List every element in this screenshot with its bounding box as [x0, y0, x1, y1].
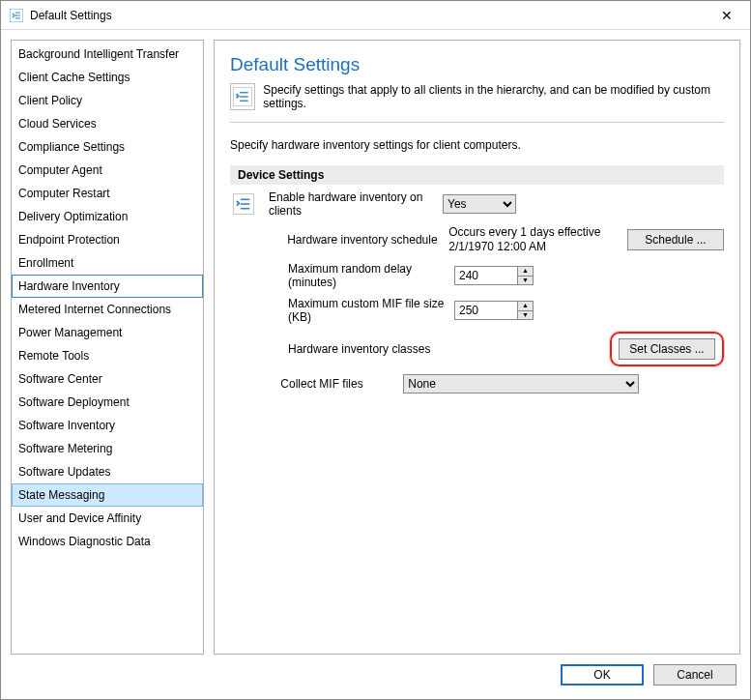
close-button[interactable]: ✕ — [708, 2, 746, 29]
row-random-delay: Maximum random delay (minutes) ▲ ▼ — [230, 262, 724, 289]
sidebar-item[interactable]: User and Device Affinity — [12, 507, 203, 530]
settings-icon — [9, 8, 24, 23]
mif-size-label: Maximum custom MIF file size (KB) — [265, 297, 447, 324]
sidebar-item[interactable]: Background Intelligent Transfer — [12, 43, 203, 66]
divider — [230, 122, 724, 123]
sidebar-item[interactable]: Compliance Settings — [12, 135, 203, 159]
set-classes-button[interactable]: Set Classes ... — [619, 338, 715, 360]
sidebar-item[interactable]: Power Management — [12, 321, 203, 344]
sidebar-item[interactable]: Software Metering — [12, 437, 203, 460]
sidebar-item[interactable]: Software Updates — [12, 460, 203, 483]
spinner-down-icon[interactable]: ▼ — [518, 311, 533, 320]
schedule-button[interactable]: Schedule ... — [627, 229, 724, 250]
sidebar-item[interactable]: Remote Tools — [12, 344, 203, 367]
mif-size-input[interactable] — [454, 301, 518, 320]
dialog-footer: OK Cancel — [1, 655, 750, 699]
settings-window: Default Settings ✕ Background Intelligen… — [0, 0, 751, 700]
sidebar-item[interactable]: Software Deployment — [12, 391, 203, 414]
schedule-text: Occurs every 1 days effective 2/1/1970 1… — [448, 225, 613, 254]
page-title: Default Settings — [230, 54, 724, 75]
main-panel: Default Settings Specify settings that a… — [214, 40, 740, 655]
titlebar: Default Settings ✕ — [1, 1, 750, 30]
content-area: Background Intelligent TransferClient Ca… — [1, 30, 750, 655]
sidebar-item[interactable]: Hardware Inventory — [12, 275, 203, 298]
random-delay-label: Maximum random delay (minutes) — [265, 262, 447, 289]
header-row: Specify settings that apply to all clien… — [230, 83, 724, 110]
sidebar-item[interactable]: State Messaging — [12, 483, 203, 507]
spinner-down-icon[interactable]: ▼ — [518, 277, 533, 285]
row-hw-classes: Hardware inventory classes Set Classes .… — [230, 332, 724, 366]
sidebar-item[interactable]: Windows Diagnostic Data — [12, 530, 203, 553]
spinner-up-icon[interactable]: ▲ — [518, 267, 533, 277]
row-mif-size: Maximum custom MIF file size (KB) ▲ ▼ — [230, 297, 724, 324]
schedule-label: Hardware inventory schedule — [264, 233, 441, 247]
cancel-button[interactable]: Cancel — [653, 664, 737, 685]
intro-text: Specify hardware inventory settings for … — [230, 138, 724, 152]
page-subheading: Specify settings that apply to all clien… — [263, 83, 724, 110]
spinner-up-icon[interactable]: ▲ — [518, 302, 533, 311]
sidebar-item[interactable]: Client Cache Settings — [12, 66, 203, 89]
settings-table: Enable hardware inventory on clients Yes… — [230, 185, 724, 394]
sidebar-item[interactable]: Software Inventory — [12, 414, 203, 437]
ok-button[interactable]: OK — [561, 664, 644, 685]
row-enable-hw-inv: Enable hardware inventory on clients Yes — [230, 190, 724, 218]
sidebar-item[interactable]: Enrollment — [12, 251, 203, 275]
enable-hw-inv-label: Enable hardware inventory on clients — [265, 190, 435, 218]
sidebar-item[interactable]: Metered Internet Connections — [12, 298, 203, 321]
set-classes-highlight: Set Classes ... — [610, 332, 724, 366]
settings-list-icon — [230, 83, 255, 110]
row-collect-mif: Collect MIF files None — [230, 374, 724, 394]
sidebar-item[interactable]: Computer Restart — [12, 182, 203, 205]
section-header: Device Settings — [230, 165, 724, 185]
hw-classes-label: Hardware inventory classes — [265, 342, 447, 356]
collect-mif-label: Collect MIF files — [257, 377, 395, 391]
enable-hw-inv-select[interactable]: Yes — [443, 194, 516, 214]
sidebar-item[interactable]: Delivery Optimization — [12, 205, 203, 228]
settings-list-icon — [233, 193, 254, 215]
sidebar-item[interactable]: Client Policy — [12, 89, 203, 112]
collect-mif-select[interactable]: None — [403, 374, 639, 394]
sidebar-item[interactable]: Cloud Services — [12, 112, 203, 135]
category-sidebar[interactable]: Background Intelligent TransferClient Ca… — [11, 40, 204, 655]
mif-size-spinner[interactable]: ▲ ▼ — [454, 301, 534, 320]
sidebar-item[interactable]: Endpoint Protection — [12, 228, 203, 251]
row-schedule: Hardware inventory schedule Occurs every… — [230, 225, 724, 254]
random-delay-spinner[interactable]: ▲ ▼ — [454, 266, 534, 285]
sidebar-item[interactable]: Computer Agent — [12, 159, 203, 182]
sidebar-item[interactable]: Software Center — [12, 367, 203, 391]
window-title: Default Settings — [30, 9, 708, 22]
random-delay-input[interactable] — [454, 266, 518, 285]
